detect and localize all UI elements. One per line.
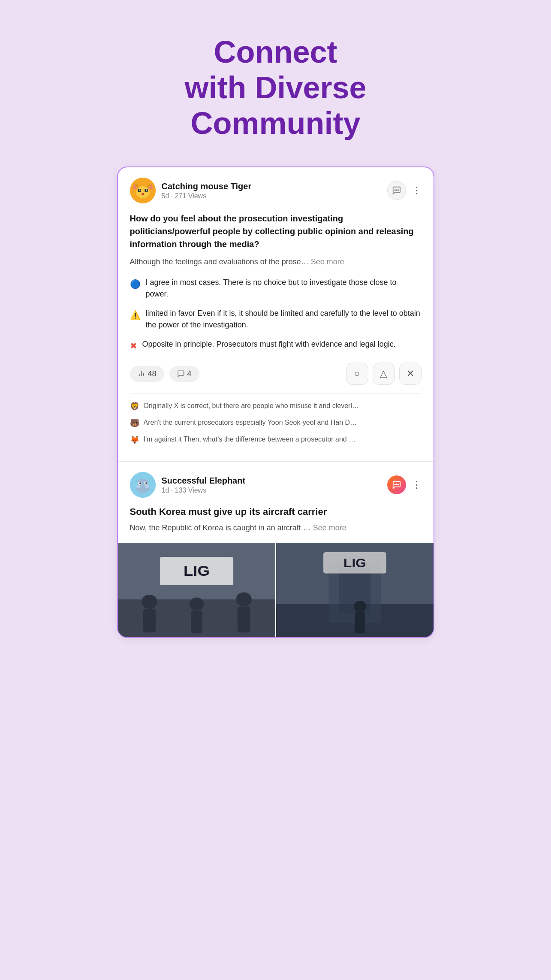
views-button[interactable]: 48 <box>130 366 164 382</box>
avatar <box>130 178 156 203</box>
post-2-actions: ⋮ <box>387 475 422 494</box>
views-count: 48 <box>148 369 157 378</box>
post-1-stats-row: 48 4 ○ △ ✕ <box>130 363 422 385</box>
see-more-link[interactable]: See more <box>311 257 344 266</box>
post-2-see-more[interactable]: See more <box>313 523 346 532</box>
svg-text:LIG: LIG <box>343 557 366 570</box>
post-1-question: How do you feel about the prosecution in… <box>130 212 422 251</box>
option-3-icon: ✖ <box>130 339 137 352</box>
page-container: Connect with Diverse Community <box>100 0 452 655</box>
comments-button[interactable]: 4 <box>169 366 199 382</box>
post-2-question: South Korea must give up its aircraft ca… <box>130 506 422 517</box>
svg-point-14 <box>394 190 395 191</box>
option-3-text: Opposite in principle. Prosecutors must … <box>142 339 396 350</box>
hero-line1: Connect <box>214 35 337 69</box>
svg-rect-41 <box>237 606 250 632</box>
svg-point-9 <box>146 190 147 191</box>
post-2-comment-button[interactable] <box>387 475 406 494</box>
post-2-image-1: LIG <box>118 543 276 637</box>
post-1-author: Catching mouse Tiger 5d · 271 Views <box>130 178 252 203</box>
post-1-meta: 5d · 271 Views <box>162 192 252 200</box>
post-2-meta: 1d · 133 Views <box>162 487 246 494</box>
option-1-text: I agree in most cases. There is no choic… <box>146 277 422 300</box>
post-1-header: Catching mouse Tiger 5d · 271 Views ⋮ <box>130 178 422 203</box>
svg-text:LIG: LIG <box>183 563 209 579</box>
comment-1-avatar: 🦁 <box>130 401 139 412</box>
svg-point-8 <box>139 190 140 191</box>
svg-point-13 <box>396 190 397 191</box>
post-2: Successful Elephant 1d · 133 Views ⋮ <box>118 462 434 543</box>
option-2-text: limited in favor Even if it is, it shoul… <box>146 308 422 331</box>
svg-point-1 <box>136 186 150 198</box>
comment-3-text: I'm against it Then, what's the differen… <box>144 434 356 445</box>
svg-point-27 <box>140 483 141 484</box>
comment-2: 🐻 Aren't the current prosecutors especia… <box>130 417 422 429</box>
comment-3-avatar: 🦊 <box>130 434 139 446</box>
svg-point-15 <box>397 190 398 191</box>
post-2-image-2: LIG <box>276 543 434 637</box>
comment-2-text: Aren't the current prosecutors especiall… <box>144 417 357 428</box>
vote-circle-button[interactable]: ○ <box>346 363 368 385</box>
post-1: Catching mouse Tiger 5d · 271 Views ⋮ <box>118 167 434 461</box>
post-2-author-name: Successful Elephant <box>162 476 246 486</box>
post-2-images: LIG <box>118 543 434 637</box>
vote-cross-button[interactable]: ✕ <box>399 363 422 385</box>
vote-triangle-button[interactable]: △ <box>373 363 395 385</box>
post-2-author: Successful Elephant 1d · 133 Views <box>130 472 246 498</box>
comment-3: 🦊 I'm against it Then, what's the differ… <box>130 434 422 446</box>
option-1[interactable]: 🔵 I agree in most cases. There is no cho… <box>130 277 422 300</box>
svg-point-29 <box>136 485 141 488</box>
post-1-author-name: Catching mouse Tiger <box>162 181 252 191</box>
svg-point-50 <box>354 601 366 612</box>
community-card: Catching mouse Tiger 5d · 271 Views ⋮ <box>117 166 434 638</box>
post-2-avatar <box>130 472 156 498</box>
svg-point-42 <box>189 598 204 611</box>
svg-rect-51 <box>355 612 365 634</box>
post-1-excerpt: Although the feelings and evaluations of… <box>130 256 422 268</box>
post-2-excerpt-text: Now, the Republic of Korea is caught in … <box>130 523 311 532</box>
more-options-icon[interactable]: ⋮ <box>412 185 422 196</box>
post-2-more-options-icon[interactable]: ⋮ <box>412 479 422 490</box>
option-2[interactable]: ⚠️ limited in favor Even if it is, it sh… <box>130 308 422 331</box>
post-1-actions: ⋮ <box>387 181 422 200</box>
svg-rect-43 <box>191 611 202 633</box>
svg-rect-39 <box>143 609 155 632</box>
svg-point-30 <box>145 485 149 488</box>
post-2-excerpt: Now, the Republic of Korea is caught in … <box>130 522 422 534</box>
comments-preview: 🦁 Originally X is correct, but there are… <box>130 393 422 446</box>
svg-point-31 <box>396 484 397 485</box>
comment-1: 🦁 Originally X is correct, but there are… <box>130 401 422 412</box>
option-1-icon: 🔵 <box>130 278 141 290</box>
comment-2-avatar: 🐻 <box>130 417 139 429</box>
option-2-icon: ⚠️ <box>130 309 141 321</box>
hero-title: Connect with Diverse Community <box>117 34 434 141</box>
post-1-excerpt-text: Although the feelings and evaluations of… <box>130 257 309 266</box>
post-1-options: 🔵 I agree in most cases. There is no cho… <box>130 277 422 352</box>
svg-point-40 <box>236 592 252 606</box>
post-1-author-info: Catching mouse Tiger 5d · 271 Views <box>162 181 252 200</box>
svg-point-38 <box>142 595 157 609</box>
option-3[interactable]: ✖ Opposite in principle. Prosecutors mus… <box>130 339 422 352</box>
post-2-header: Successful Elephant 1d · 133 Views ⋮ <box>130 472 422 498</box>
comments-count: 4 <box>187 369 192 378</box>
svg-point-10 <box>142 193 144 195</box>
svg-point-33 <box>397 484 398 485</box>
post-2-author-info: Successful Elephant 1d · 133 Views <box>162 476 246 494</box>
svg-point-28 <box>146 483 147 484</box>
vote-buttons: ○ △ ✕ <box>346 363 422 385</box>
comment-1-text: Originally X is correct, but there are p… <box>144 401 359 411</box>
svg-point-32 <box>394 484 395 485</box>
comment-icon-button[interactable] <box>387 181 406 200</box>
hero-line2: with Diverse Community <box>184 70 366 140</box>
stats-left: 48 4 <box>130 366 199 382</box>
hero-section: Connect with Diverse Community <box>117 34 434 141</box>
